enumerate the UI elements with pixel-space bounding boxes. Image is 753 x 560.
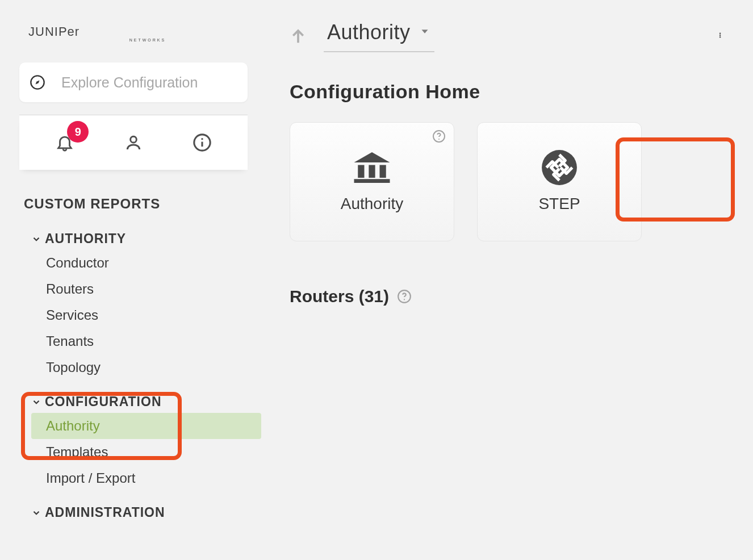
help-icon[interactable] [397,289,412,304]
svg-point-10 [719,36,721,38]
svg-point-5 [201,138,203,140]
main: Authority Configuration Home [267,0,753,560]
chevron-down-icon [31,397,41,407]
navgroup-label: AUTHORITY [45,231,126,246]
svg-point-21 [404,299,405,300]
notification-badge: 9 [67,121,89,143]
config-cards: Authority STEP [290,122,730,241]
svg-marker-1 [36,81,40,85]
sidebar: JUNIPer NETWORKS 9 [0,0,267,560]
navgroup-header-administration[interactable]: ADMINISTRATION [31,502,267,524]
svg-point-9 [719,35,721,36]
svg-rect-17 [354,179,390,183]
navgroup-header-authority[interactable]: AUTHORITY [31,228,267,250]
navgroup-label: ADMINISTRATION [45,505,165,520]
brand-logo: JUNIPer NETWORKS [28,26,267,42]
chevron-down-icon [31,234,41,244]
breadcrumb-current: Authority [327,20,411,44]
nav-routers[interactable]: Routers [31,276,267,302]
chevron-down-icon [31,508,41,518]
user-button[interactable] [122,131,145,154]
navgroup-authority: AUTHORITY Conductor Routers Services Ten… [31,228,267,381]
brand-name: JUNIPer [28,24,80,39]
svg-point-12 [438,139,440,140]
nav-import-export[interactable]: Import / Export [31,465,267,491]
svg-marker-7 [421,30,428,33]
authority-icon [352,151,392,185]
breadcrumb-select[interactable]: Authority [324,20,434,52]
svg-rect-15 [369,165,375,178]
nav-services[interactable]: Services [31,302,267,328]
search-input[interactable] [61,74,237,91]
navgroup-administration: ADMINISTRATION [31,502,267,524]
sidebar-section-title: CUSTOM REPORTS [24,196,267,212]
navgroup-label: CONFIGURATION [45,394,162,409]
routers-heading: Routers (31) [290,287,730,306]
caret-down-icon [419,25,431,40]
svg-point-2 [131,136,137,143]
card-authority[interactable]: Authority [290,122,454,241]
step-icon [539,151,580,185]
card-label: Authority [341,195,404,213]
page-heading: Configuration Home [290,81,730,103]
nav-templates[interactable]: Templates [31,439,267,465]
nav-conductor[interactable]: Conductor [31,250,267,276]
info-button[interactable] [191,131,214,154]
card-step[interactable]: STEP [477,122,642,241]
up-arrow-button[interactable] [290,24,307,49]
svg-rect-14 [358,165,364,178]
navgroup-header-configuration[interactable]: CONFIGURATION [31,391,267,413]
search-card[interactable] [19,62,248,102]
svg-point-8 [719,32,721,34]
brand-sub: NETWORKS [28,38,267,42]
nav-topology[interactable]: Topology [31,354,267,381]
nav-authority[interactable]: Authority [31,413,261,439]
card-label: STEP [538,195,580,213]
svg-marker-13 [354,152,390,162]
navgroup-configuration: CONFIGURATION Authority Templates Import… [31,391,267,491]
compass-icon [30,74,45,90]
more-menu-button[interactable] [713,23,730,48]
routers-label: Routers (31) [290,287,389,306]
nav-tenants[interactable]: Tenants [31,328,267,354]
breadcrumb: Authority [290,20,730,52]
help-icon[interactable] [432,129,446,143]
iconbar: 9 [19,115,248,170]
notifications-button[interactable]: 9 [53,131,76,154]
svg-rect-16 [380,165,386,178]
